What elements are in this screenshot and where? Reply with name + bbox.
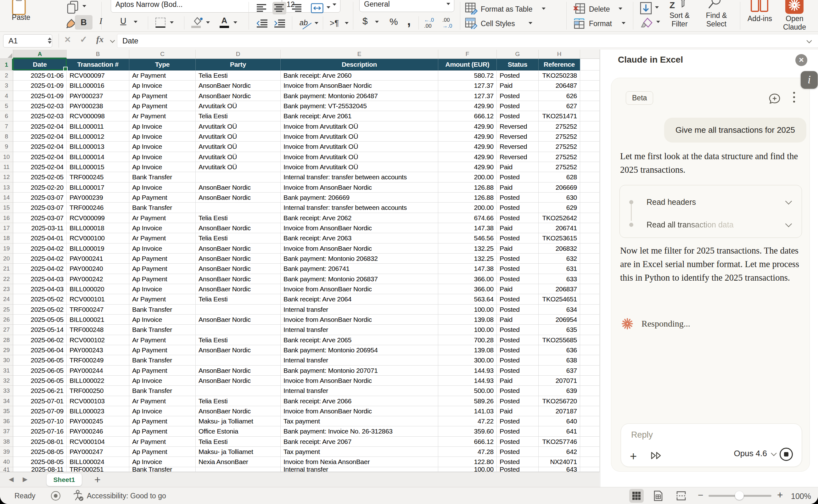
- grid-cell[interactable]: Ap Invoice: [129, 162, 196, 172]
- row-header-32[interactable]: 32: [0, 376, 13, 386]
- grid-cell[interactable]: 300.00: [438, 355, 497, 365]
- grid-cell[interactable]: 275252: [539, 132, 580, 142]
- grid-cell[interactable]: TRF000250: [67, 386, 129, 396]
- grid-cell[interactable]: Invoice from AnsonBaer Nordic: [281, 244, 438, 254]
- row-header-10[interactable]: 10: [0, 152, 13, 162]
- chevron-down-icon[interactable]: [785, 220, 792, 227]
- grid-cell[interactable]: Bank payment: 206741: [281, 264, 438, 274]
- grid-cell[interactable]: Ap Invoice: [129, 406, 196, 416]
- grid-cell[interactable]: [580, 172, 600, 182]
- number-format-select[interactable]: General: [359, 0, 454, 12]
- grid-cell[interactable]: PAY000238: [67, 101, 129, 111]
- grid-cell[interactable]: BILL000013: [67, 142, 129, 152]
- grid-cell[interactable]: Ar Payment: [129, 294, 196, 304]
- grid-cell[interactable]: 2025-04-01: [13, 233, 67, 243]
- column-header-E[interactable]: E: [281, 50, 438, 59]
- grid-cell[interactable]: Ar Payment: [129, 70, 196, 81]
- grid-cell[interactable]: Posted: [497, 203, 539, 213]
- comma-format-icon[interactable]: ,: [407, 13, 411, 28]
- column-header-D[interactable]: D: [196, 50, 281, 59]
- grid-cell[interactable]: 429.90: [438, 142, 497, 152]
- grid-cell[interactable]: Ap Invoice: [129, 376, 196, 386]
- grid-cell[interactable]: [580, 233, 600, 243]
- grid-cell[interactable]: Posted: [497, 111, 539, 121]
- grid-cell[interactable]: Ar Payment: [129, 213, 196, 223]
- grid-cell[interactable]: [580, 284, 600, 294]
- grid-cell[interactable]: BILL000022: [67, 376, 129, 386]
- grid-cell[interactable]: 2025-07-10: [13, 416, 67, 426]
- grid-cell[interactable]: 207187: [539, 406, 580, 416]
- grid-cell[interactable]: BILL000017: [67, 182, 129, 193]
- grid-cell[interactable]: Invoice from Arvutitark OÜ: [281, 162, 438, 172]
- grid-cell[interactable]: Paid: [497, 284, 539, 294]
- grid-cell[interactable]: Invoice from Arvutitark OÜ: [281, 152, 438, 162]
- format-as-table-button[interactable]: Format as Table: [481, 5, 532, 14]
- grid-cell[interactable]: Invoice from AnsonBaer Nordic: [281, 376, 438, 386]
- grid-cell[interactable]: Invoice from Nexia AnsonBaer: [281, 457, 438, 467]
- grid-cell[interactable]: Posted: [497, 70, 539, 81]
- grid-cell[interactable]: [580, 426, 600, 436]
- column-header-blank[interactable]: [580, 50, 600, 59]
- grid-cell[interactable]: Transaction #: [67, 59, 129, 70]
- grid-cell[interactable]: Maksu- ja Tolliamet: [196, 416, 281, 426]
- grid-cell[interactable]: [580, 274, 600, 284]
- grid-cell[interactable]: 2025-07-09: [13, 406, 67, 416]
- row-header-6[interactable]: 6: [0, 111, 13, 121]
- grid-cell[interactable]: Bank Transfer: [129, 325, 196, 335]
- grid-cell[interactable]: AnsonBaer Nordic: [196, 81, 281, 91]
- grid-cell[interactable]: [196, 325, 281, 335]
- add-ins-button[interactable]: Add-ins: [746, 14, 774, 23]
- grid-cell[interactable]: Internal transfer: [281, 325, 438, 335]
- grid-cell[interactable]: RCV000104: [67, 437, 129, 447]
- row-header-19[interactable]: 19: [0, 244, 13, 254]
- cancel-icon[interactable]: ✕: [64, 35, 71, 45]
- grid-cell[interactable]: [580, 213, 600, 223]
- grid-cell[interactable]: [580, 182, 600, 193]
- grid-cell[interactable]: Posted: [497, 366, 539, 376]
- grid-cell[interactable]: Posted: [497, 396, 539, 406]
- name-box-spinner[interactable]: [48, 36, 52, 46]
- grid-cell[interactable]: Reversed: [497, 142, 539, 152]
- grid-cell[interactable]: 429.90: [438, 121, 497, 132]
- grid-cell[interactable]: 47.28: [438, 447, 497, 457]
- grid-cell[interactable]: Arvutitark OÜ: [196, 162, 281, 172]
- cell-styles-button[interactable]: Cell Styles: [481, 20, 515, 28]
- grid-cell[interactable]: BILL000018: [67, 223, 129, 233]
- grid-cell[interactable]: 2025-07-01: [13, 396, 67, 406]
- grid-cell[interactable]: [196, 305, 281, 315]
- grid-cell[interactable]: Invoice from AnsonBaer Nordic: [281, 406, 438, 416]
- grid-cell[interactable]: Paid: [497, 406, 539, 416]
- paste-clipboard-icon[interactable]: [11, 0, 26, 15]
- grid-cell[interactable]: Bank receipt: Arve 2060: [281, 70, 438, 81]
- grid-cell[interactable]: [580, 132, 600, 142]
- grid-cell[interactable]: 2025-06-04: [13, 345, 67, 355]
- row-header-33[interactable]: 33: [0, 386, 13, 396]
- grid-cell[interactable]: RCV000099: [67, 213, 129, 223]
- grid-cell[interactable]: 2025-03-07: [13, 213, 67, 223]
- decrease-decimal-icon[interactable]: .00→.0: [442, 17, 452, 29]
- select-all-corner[interactable]: [0, 50, 13, 59]
- grid-cell[interactable]: AnsonBaer Nordic: [196, 264, 281, 274]
- grid-cell[interactable]: 674.66: [438, 213, 497, 223]
- grid-cell[interactable]: 2025-04-03: [13, 284, 67, 294]
- column-header-G[interactable]: G: [497, 50, 539, 59]
- grid-cell[interactable]: 2025-04-03: [13, 274, 67, 284]
- grid-cell[interactable]: Ar Payment: [129, 437, 196, 447]
- grid-cell[interactable]: Telia Eesti: [196, 335, 281, 345]
- grid-cell[interactable]: 275252: [539, 142, 580, 152]
- grid-cell[interactable]: TKO252642: [539, 213, 580, 223]
- add-ins-icon[interactable]: [751, 0, 768, 12]
- column-header-B[interactable]: B: [67, 50, 129, 59]
- add-sheet-button[interactable]: +: [94, 473, 101, 486]
- row-header-38[interactable]: 38: [0, 437, 13, 447]
- cell-styles-arrow[interactable]: [529, 22, 532, 26]
- grid-cell[interactable]: Bank receipt: Arve 2064: [281, 294, 438, 304]
- row-header-20[interactable]: 20: [0, 254, 13, 264]
- grid-cell[interactable]: Posted: [497, 416, 539, 426]
- grid-cell[interactable]: 627: [539, 101, 580, 111]
- grid-cell[interactable]: Invoice from AnsonBaer Nordic: [281, 284, 438, 294]
- clear-eraser-icon[interactable]: [640, 17, 653, 28]
- row-header-35[interactable]: 35: [0, 406, 13, 416]
- grid-cell[interactable]: 147.38: [438, 223, 497, 233]
- grid-cell[interactable]: Internal transfer: [281, 467, 438, 472]
